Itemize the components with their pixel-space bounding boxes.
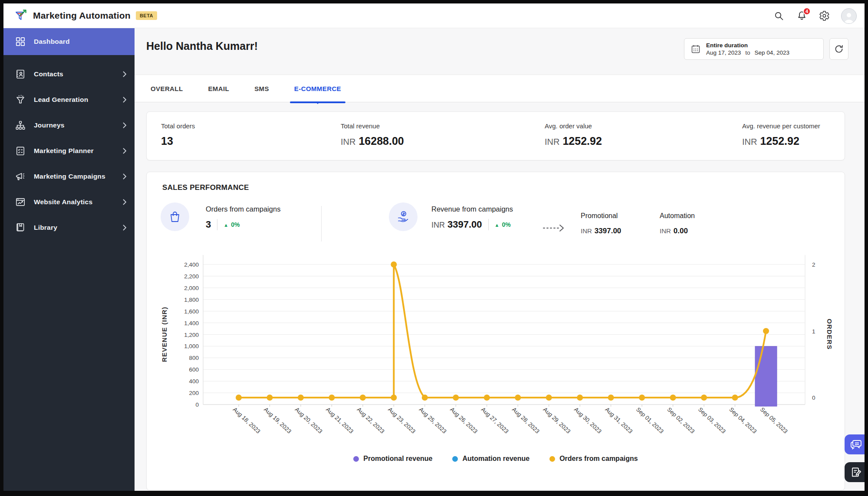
app-window: Marketing Automation BETA 4 Dashboard	[3, 3, 865, 491]
svg-text:Aug 26, 2023: Aug 26, 2023	[449, 406, 479, 435]
revenue-kpi-value-row: INR3397.00 0%	[431, 219, 511, 230]
top-bar: Marketing Automation BETA 4	[3, 3, 865, 28]
svg-text:Sep 04, 2023: Sep 04, 2023	[728, 406, 758, 435]
sidebar-item-label: Journeys	[34, 121, 65, 129]
refresh-icon	[834, 44, 844, 54]
analytics-window-icon	[15, 196, 26, 208]
svg-text:Aug 31, 2023: Aug 31, 2023	[604, 406, 634, 435]
date-range-picker[interactable]: Entire duration Aug 17, 2023toSep 04, 20…	[684, 38, 824, 60]
sidebar-item-contacts[interactable]: Contacts	[3, 61, 135, 87]
automation-label: Automation	[660, 212, 695, 220]
orders-kpi-value-row: 3 0%	[206, 219, 240, 230]
legend-dot	[452, 456, 458, 462]
marketing-automation-logo-icon	[14, 9, 28, 23]
sidebar-item-label: Contacts	[34, 70, 63, 78]
search-icon[interactable]	[773, 10, 785, 22]
legend-dot	[549, 456, 555, 462]
section-title: SALES PERFORMANCE	[162, 183, 249, 192]
chevron-right-icon	[123, 122, 127, 128]
sales-chart-canvas: 02004006008001,0001,2001,4001,6001,8002,…	[147, 237, 845, 480]
orders-kpi-label: Orders from campaigns	[206, 205, 280, 213]
date-range-label: Entire duration	[706, 42, 789, 49]
library-book-icon	[15, 222, 26, 233]
settings-gear-icon[interactable]	[819, 10, 830, 22]
sidebar-nav: Dashboard Contacts Lead Generation Journ…	[3, 28, 135, 491]
currency-prefix: INR	[431, 221, 445, 229]
notifications-bell-icon[interactable]: 4	[796, 10, 807, 22]
promotional-value: INR3397.00	[581, 227, 621, 235]
legend-dot	[353, 456, 359, 462]
svg-text:2,200: 2,200	[184, 273, 199, 280]
sidebar-item-dashboard[interactable]: Dashboard	[3, 28, 135, 55]
chart-legend: Promotional revenueAutomation revenueOrd…	[147, 455, 845, 463]
sidebar-item-label: Lead Generation	[34, 96, 88, 104]
divider	[488, 219, 489, 230]
chevron-right-icon	[123, 225, 127, 231]
svg-text:Aug 20, 2023: Aug 20, 2023	[294, 406, 324, 435]
hand-coin-icon	[395, 209, 411, 225]
svg-text:ORDERS: ORDERS	[826, 319, 833, 349]
sidebar-item-lead-generation[interactable]: Lead Generation	[3, 87, 135, 112]
contacts-book-icon	[15, 69, 26, 80]
orders-kpi-value: 3	[206, 219, 211, 230]
svg-text:Aug 21, 2023: Aug 21, 2023	[325, 406, 355, 435]
svg-text:1,400: 1,400	[184, 320, 199, 326]
svg-text:REVENUE (INR): REVENUE (INR)	[161, 307, 168, 362]
svg-text:Aug 22, 2023: Aug 22, 2023	[356, 406, 386, 435]
screen-frame: Marketing Automation BETA 4 Dashboard	[0, 0, 868, 496]
chevron-right-icon	[123, 71, 127, 77]
trend-up-icon	[224, 221, 228, 228]
beta-badge: BETA	[136, 11, 157, 20]
stat-avg-order-value: Avg. order value INR1252.92	[545, 122, 602, 147]
date-start: Aug 17, 2023	[706, 49, 741, 56]
notes-edit-button[interactable]	[845, 462, 865, 482]
svg-text:2,400: 2,400	[184, 261, 199, 268]
tab-overall[interactable]: OVERALL	[146, 75, 187, 102]
orders-kpi-delta: 0%	[224, 221, 240, 228]
notification-count-badge: 4	[803, 7, 811, 15]
svg-text:Aug 19, 2023: Aug 19, 2023	[263, 406, 293, 435]
svg-text:Aug 25, 2023: Aug 25, 2023	[418, 406, 448, 435]
tab-sms[interactable]: SMS	[250, 75, 273, 102]
sidebar-item-label: Website Analytics	[34, 198, 92, 206]
refresh-button[interactable]	[829, 38, 848, 60]
svg-text:1,600: 1,600	[184, 308, 199, 315]
app-logo[interactable]: Marketing Automation BETA	[14, 9, 157, 23]
user-avatar[interactable]	[841, 8, 857, 24]
legend-item[interactable]: Orders from campaigns	[549, 455, 638, 463]
note-pencil-icon	[850, 466, 862, 478]
revenue-kpi-delta: 0%	[495, 221, 511, 228]
lead-funnel-icon	[15, 94, 26, 105]
kpi-divider	[321, 206, 322, 241]
promotional-label: Promotional	[581, 212, 618, 220]
sidebar-item-website-analytics[interactable]: Website Analytics	[3, 189, 135, 215]
svg-text:0: 0	[195, 401, 199, 408]
svg-text:Sep 05, 2023: Sep 05, 2023	[759, 406, 789, 435]
date-end: Sep 04, 2023	[755, 49, 789, 56]
chevron-right-icon	[123, 97, 127, 103]
dashboard-grid-icon	[15, 36, 26, 47]
sidebar-item-journeys[interactable]: Journeys	[3, 112, 135, 138]
sidebar-item-library[interactable]: Library	[3, 215, 135, 240]
legend-item[interactable]: Promotional revenue	[353, 455, 432, 463]
legend-label: Orders from campaigns	[559, 455, 638, 463]
tab-email[interactable]: EMAIL	[204, 75, 233, 102]
chevron-right-icon	[123, 173, 127, 179]
page-greeting: Hello Nantha Kumarr!	[146, 40, 258, 52]
feedback-chat-button[interactable]	[845, 434, 865, 454]
divider	[217, 219, 217, 230]
svg-text:1,200: 1,200	[184, 332, 199, 338]
sidebar-item-label: Marketing Planner	[34, 147, 94, 155]
sidebar-item-marketing-planner[interactable]: Marketing Planner	[3, 138, 135, 163]
svg-text:Sep 03, 2023: Sep 03, 2023	[697, 406, 727, 435]
svg-text:600: 600	[189, 366, 199, 373]
orders-kpi-icon-circle	[161, 202, 189, 231]
legend-item[interactable]: Automation revenue	[452, 455, 529, 463]
sidebar-item-marketing-campaigns[interactable]: Marketing Campaigns	[3, 163, 135, 189]
chat-bubbles-icon	[850, 438, 863, 451]
dashed-arrow-icon	[542, 223, 565, 233]
sidebar-item-label: Dashboard	[34, 38, 70, 46]
svg-text:Aug 18, 2023: Aug 18, 2023	[232, 406, 262, 435]
summary-stats-card: Total orders 13 Total revenue INR16288.0…	[146, 111, 845, 160]
tab-ecommerce[interactable]: E-COMMERCE	[290, 75, 345, 102]
